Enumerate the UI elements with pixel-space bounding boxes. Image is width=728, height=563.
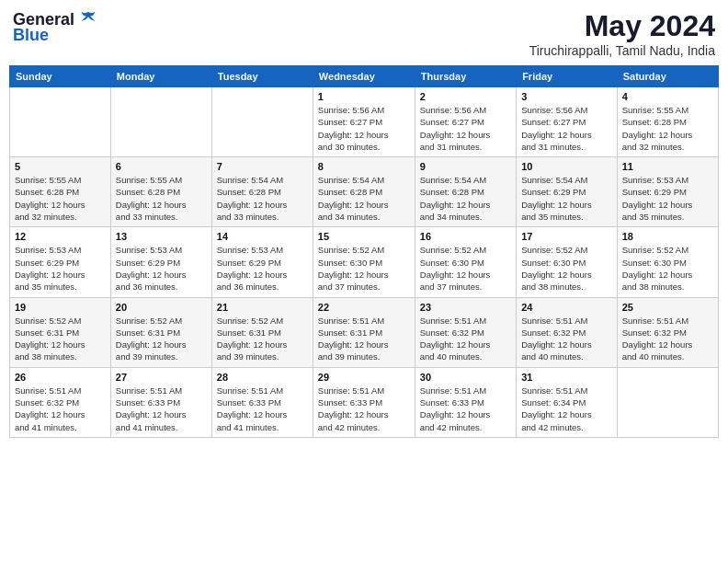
day-info: Sunrise: 5:51 AM Sunset: 6:33 PM Dayligh…	[318, 385, 410, 433]
day-info: Sunrise: 5:51 AM Sunset: 6:33 PM Dayligh…	[217, 385, 308, 433]
day-number: 29	[318, 372, 410, 383]
day-number: 1	[318, 91, 410, 102]
day-number: 6	[116, 161, 207, 172]
calendar-week-row: 5Sunrise: 5:55 AM Sunset: 6:28 PM Daylig…	[10, 157, 719, 227]
day-number: 5	[15, 161, 106, 172]
location: Tiruchirappalli, Tamil Nadu, India	[529, 43, 715, 58]
day-number: 8	[318, 161, 410, 172]
calendar-week-row: 26Sunrise: 5:51 AM Sunset: 6:32 PM Dayli…	[10, 367, 719, 437]
calendar-cell	[10, 87, 111, 157]
day-number: 14	[217, 231, 308, 242]
day-info: Sunrise: 5:51 AM Sunset: 6:32 PM Dayligh…	[521, 315, 612, 363]
day-info: Sunrise: 5:51 AM Sunset: 6:31 PM Dayligh…	[318, 315, 410, 363]
weekday-header: Tuesday	[211, 66, 313, 87]
calendar-cell: 8Sunrise: 5:54 AM Sunset: 6:28 PM Daylig…	[313, 157, 415, 227]
day-number: 23	[420, 302, 511, 313]
day-number: 17	[521, 231, 612, 242]
day-info: Sunrise: 5:55 AM Sunset: 6:28 PM Dayligh…	[116, 174, 207, 223]
calendar-cell: 21Sunrise: 5:52 AM Sunset: 6:31 PM Dayli…	[211, 297, 313, 367]
day-info: Sunrise: 5:56 AM Sunset: 6:27 PM Dayligh…	[420, 104, 511, 153]
day-number: 12	[15, 231, 106, 242]
month-title: May 2024	[529, 9, 715, 43]
day-info: Sunrise: 5:52 AM Sunset: 6:31 PM Dayligh…	[217, 315, 308, 363]
calendar-table: SundayMondayTuesdayWednesdayThursdayFrid…	[9, 65, 719, 438]
calendar-cell: 27Sunrise: 5:51 AM Sunset: 6:33 PM Dayli…	[110, 367, 211, 437]
calendar-cell: 10Sunrise: 5:54 AM Sunset: 6:29 PM Dayli…	[517, 157, 618, 227]
day-info: Sunrise: 5:51 AM Sunset: 6:32 PM Dayligh…	[15, 385, 106, 433]
day-info: Sunrise: 5:52 AM Sunset: 6:31 PM Dayligh…	[116, 315, 207, 363]
weekday-header: Saturday	[617, 66, 718, 87]
day-info: Sunrise: 5:52 AM Sunset: 6:30 PM Dayligh…	[521, 244, 612, 293]
day-info: Sunrise: 5:53 AM Sunset: 6:29 PM Dayligh…	[217, 244, 308, 293]
day-number: 31	[521, 372, 612, 383]
day-info: Sunrise: 5:56 AM Sunset: 6:27 PM Dayligh…	[521, 104, 612, 153]
calendar-week-row: 1Sunrise: 5:56 AM Sunset: 6:27 PM Daylig…	[10, 87, 719, 157]
day-info: Sunrise: 5:51 AM Sunset: 6:33 PM Dayligh…	[116, 385, 207, 433]
calendar-cell: 1Sunrise: 5:56 AM Sunset: 6:27 PM Daylig…	[313, 87, 415, 157]
calendar-cell: 6Sunrise: 5:55 AM Sunset: 6:28 PM Daylig…	[110, 157, 211, 227]
calendar-cell: 13Sunrise: 5:53 AM Sunset: 6:29 PM Dayli…	[110, 227, 211, 297]
day-info: Sunrise: 5:54 AM Sunset: 6:28 PM Dayligh…	[217, 174, 308, 223]
calendar-cell: 5Sunrise: 5:55 AM Sunset: 6:28 PM Daylig…	[10, 157, 111, 227]
day-number: 20	[116, 302, 207, 313]
day-number: 25	[622, 302, 713, 313]
day-number: 22	[318, 302, 410, 313]
weekday-header: Friday	[517, 66, 618, 87]
calendar-cell: 26Sunrise: 5:51 AM Sunset: 6:32 PM Dayli…	[10, 367, 111, 437]
calendar-cell: 3Sunrise: 5:56 AM Sunset: 6:27 PM Daylig…	[517, 87, 618, 157]
day-info: Sunrise: 5:56 AM Sunset: 6:27 PM Dayligh…	[318, 104, 410, 153]
calendar-cell: 28Sunrise: 5:51 AM Sunset: 6:33 PM Dayli…	[211, 367, 313, 437]
day-info: Sunrise: 5:54 AM Sunset: 6:28 PM Dayligh…	[420, 174, 511, 223]
day-number: 15	[318, 231, 410, 242]
calendar-cell: 14Sunrise: 5:53 AM Sunset: 6:29 PM Dayli…	[211, 227, 313, 297]
calendar-cell: 29Sunrise: 5:51 AM Sunset: 6:33 PM Dayli…	[313, 367, 415, 437]
weekday-header: Sunday	[10, 66, 111, 87]
day-info: Sunrise: 5:51 AM Sunset: 6:32 PM Dayligh…	[420, 315, 511, 363]
calendar-cell: 11Sunrise: 5:53 AM Sunset: 6:29 PM Dayli…	[617, 157, 718, 227]
calendar-week-row: 12Sunrise: 5:53 AM Sunset: 6:29 PM Dayli…	[10, 227, 719, 297]
day-info: Sunrise: 5:52 AM Sunset: 6:30 PM Dayligh…	[420, 244, 511, 293]
calendar-cell: 24Sunrise: 5:51 AM Sunset: 6:32 PM Dayli…	[517, 297, 618, 367]
day-number: 30	[420, 372, 511, 383]
calendar-cell: 22Sunrise: 5:51 AM Sunset: 6:31 PM Dayli…	[313, 297, 415, 367]
day-info: Sunrise: 5:52 AM Sunset: 6:30 PM Dayligh…	[622, 244, 713, 293]
day-info: Sunrise: 5:53 AM Sunset: 6:29 PM Dayligh…	[15, 244, 106, 293]
weekday-header: Monday	[110, 66, 211, 87]
day-info: Sunrise: 5:51 AM Sunset: 6:33 PM Dayligh…	[420, 385, 511, 433]
calendar-cell	[211, 87, 313, 157]
logo-bird-icon	[78, 9, 98, 29]
calendar-cell: 25Sunrise: 5:51 AM Sunset: 6:32 PM Dayli…	[617, 297, 718, 367]
calendar-cell: 7Sunrise: 5:54 AM Sunset: 6:28 PM Daylig…	[211, 157, 313, 227]
logo-blue: Blue	[13, 26, 49, 45]
calendar-cell: 19Sunrise: 5:52 AM Sunset: 6:31 PM Dayli…	[10, 297, 111, 367]
page-header: General Blue May 2024 Tiruchirappalli, T…	[9, 9, 719, 58]
day-info: Sunrise: 5:52 AM Sunset: 6:30 PM Dayligh…	[318, 244, 410, 293]
calendar-cell: 4Sunrise: 5:55 AM Sunset: 6:28 PM Daylig…	[617, 87, 718, 157]
calendar-cell: 30Sunrise: 5:51 AM Sunset: 6:33 PM Dayli…	[415, 367, 516, 437]
weekday-header: Thursday	[415, 66, 516, 87]
calendar-cell: 2Sunrise: 5:56 AM Sunset: 6:27 PM Daylig…	[415, 87, 516, 157]
weekday-header: Wednesday	[313, 66, 415, 87]
day-number: 27	[116, 372, 207, 383]
day-info: Sunrise: 5:51 AM Sunset: 6:34 PM Dayligh…	[521, 385, 612, 433]
day-number: 26	[15, 372, 106, 383]
calendar-header-row: SundayMondayTuesdayWednesdayThursdayFrid…	[10, 66, 719, 87]
calendar-cell: 23Sunrise: 5:51 AM Sunset: 6:32 PM Dayli…	[415, 297, 516, 367]
day-number: 21	[217, 302, 308, 313]
calendar-cell: 16Sunrise: 5:52 AM Sunset: 6:30 PM Dayli…	[415, 227, 516, 297]
day-number: 16	[420, 231, 511, 242]
calendar-cell: 31Sunrise: 5:51 AM Sunset: 6:34 PM Dayli…	[517, 367, 618, 437]
calendar-cell: 20Sunrise: 5:52 AM Sunset: 6:31 PM Dayli…	[110, 297, 211, 367]
calendar-cell: 12Sunrise: 5:53 AM Sunset: 6:29 PM Dayli…	[10, 227, 111, 297]
day-number: 7	[217, 161, 308, 172]
day-info: Sunrise: 5:52 AM Sunset: 6:31 PM Dayligh…	[15, 315, 106, 363]
day-number: 18	[622, 231, 713, 242]
calendar-cell: 9Sunrise: 5:54 AM Sunset: 6:28 PM Daylig…	[415, 157, 516, 227]
day-number: 28	[217, 372, 308, 383]
logo: General Blue	[13, 9, 98, 45]
day-info: Sunrise: 5:53 AM Sunset: 6:29 PM Dayligh…	[622, 174, 713, 223]
day-info: Sunrise: 5:51 AM Sunset: 6:32 PM Dayligh…	[622, 315, 713, 363]
calendar-week-row: 19Sunrise: 5:52 AM Sunset: 6:31 PM Dayli…	[10, 297, 719, 367]
day-info: Sunrise: 5:54 AM Sunset: 6:28 PM Dayligh…	[318, 174, 410, 223]
day-number: 19	[15, 302, 106, 313]
